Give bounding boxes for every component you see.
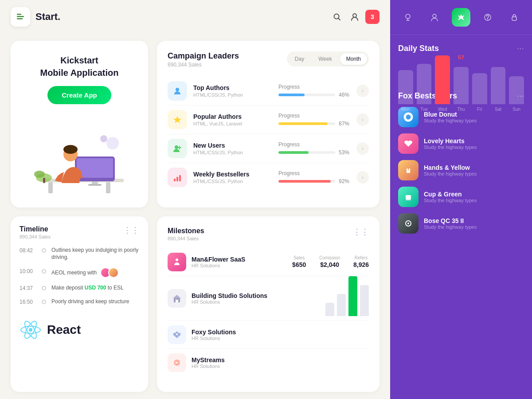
kickstart-card: Kickstart Mobile Application Create App — [11, 41, 148, 207]
timeline-item: 14:37 Make deposit USD 700 to ESL — [20, 284, 139, 292]
milestone-sub: HR Solutions — [192, 336, 236, 341]
nav-icon-help[interactable] — [478, 8, 497, 27]
campaign-card: Campaign Leaders 890,344 Sales Day Week … — [157, 41, 379, 207]
bestseller-name: Cup & Green — [424, 191, 477, 198]
row-name: Top Authors — [193, 84, 271, 91]
milestones-title: Milestones — [168, 227, 204, 235]
svg-rect-27 — [179, 175, 181, 181]
right-sidebar: Daily Stats ⋯ Mon Tue Wed Thu — [390, 0, 532, 399]
svg-rect-2 — [17, 18, 23, 20]
row-name: Popular Authors — [193, 113, 271, 120]
svg-line-4 — [338, 18, 340, 20]
milestones-options-icon[interactable]: ⋮⋮ — [353, 227, 369, 237]
svg-rect-1 — [17, 16, 24, 17]
sidebar-content: Daily Stats ⋯ Mon Tue Wed Thu — [390, 35, 532, 399]
nav-icon-fox[interactable] — [452, 8, 470, 27]
bestseller-thumb — [398, 187, 419, 207]
logo-icon — [11, 7, 30, 27]
mini-chart — [325, 281, 369, 316]
row-tags: HTML/CSS/JS, Python — [193, 150, 271, 155]
row-arrow[interactable]: › — [356, 85, 369, 97]
milestone-row-foxy: Foxy Solutions HR Solutions — [168, 321, 369, 349]
timeline-card: Timeline 890,344 Sales ⋮⋮ 08:42 Outlines… — [11, 216, 148, 392]
row-arrow[interactable]: › — [356, 142, 369, 155]
notification-badge[interactable]: 3 — [365, 10, 379, 24]
campaign-row-top-authors: Top Authors HTML/CSS/JS, Python Progress… — [168, 77, 369, 106]
bestseller-item-hands-yellow[interactable]: Hands & Yellow Study the highway types — [398, 160, 524, 180]
daily-stats-title: Daily Stats — [398, 44, 439, 53]
timeline-item: 10:00 AEOL meeting with — [20, 267, 139, 278]
nav-icon-lock[interactable] — [505, 8, 524, 27]
campaign-row-new-users: New Users HTML/CSS/JS, Python Progress 5… — [168, 134, 369, 163]
period-tabs: Day Week Month — [287, 51, 369, 66]
bestseller-item-bose-qc35[interactable]: Bose QC 35 II Study the highway types — [398, 213, 524, 234]
bestseller-thumb — [398, 160, 419, 180]
highlighted-bar — [435, 55, 450, 104]
bestseller-name: Lovely Hearts — [424, 137, 477, 145]
timeline-options-icon[interactable]: ⋮⋮ — [123, 225, 139, 235]
svg-rect-26 — [176, 177, 178, 181]
timeline-item: 16:50 Poorly driving and keep structure — [20, 298, 139, 305]
svg-rect-7 — [48, 182, 53, 193]
bestseller-item-lovely-hearts[interactable]: Lovely Hearts Study the highway types — [398, 133, 524, 154]
timeline-subtitle: 890,344 Sales — [20, 234, 51, 239]
svg-point-48 — [407, 223, 409, 224]
milestone-icon — [168, 253, 186, 271]
milestone-name: Foxy Solutions — [192, 329, 236, 336]
milestone-row-mystreams: MyStreams HR Solutions — [168, 349, 369, 376]
milestone-icon — [168, 289, 186, 308]
row-icon-top-authors — [168, 81, 187, 101]
bestseller-sub: Study the highway types — [424, 198, 477, 203]
svg-point-14 — [63, 145, 78, 154]
svg-rect-25 — [174, 179, 176, 181]
svg-rect-0 — [17, 14, 21, 15]
logo-text: Start. — [35, 11, 60, 23]
row-arrow[interactable]: › — [356, 113, 369, 126]
milestone-name: MyStreams — [192, 356, 225, 364]
daily-stats-options[interactable]: ⋯ — [517, 44, 524, 53]
search-icon[interactable] — [330, 10, 344, 24]
milestone-row-building-studio: Building Studio Solutions HR Solutions — [168, 276, 369, 321]
react-label: React — [47, 323, 81, 337]
illustration — [20, 128, 139, 199]
bestseller-thumb — [398, 133, 419, 154]
row-name: Weekly Bestsellers — [193, 171, 271, 178]
milestones-card: Milestones 890,344 Sales ⋮⋮ Man&Flower S… — [157, 216, 379, 392]
row-icon-popular-authors — [168, 110, 187, 129]
progress-label: Progress — [278, 170, 349, 176]
bestseller-sub: Study the highway types — [424, 171, 477, 176]
nav-icon-lightbulb[interactable] — [399, 8, 417, 27]
kickstart-title: Kickstart Mobile Application — [40, 54, 118, 79]
bestseller-item-cup-green[interactable]: Cup & Green Study the highway types — [398, 187, 524, 207]
bestseller-name: Hands & Yellow — [424, 164, 477, 171]
svg-point-38 — [406, 14, 410, 19]
campaign-row-weekly-bestsellers: Weekly Bestsellers HTML/CSS/JS, Python P… — [168, 163, 369, 192]
progress-label: Progress — [278, 84, 349, 90]
bestseller-thumb — [398, 213, 419, 234]
svg-marker-21 — [173, 116, 181, 123]
tab-day[interactable]: Day — [289, 53, 310, 65]
milestone-icon — [168, 325, 186, 344]
svg-rect-8 — [106, 182, 110, 193]
row-arrow[interactable]: › — [356, 171, 369, 184]
bestseller-sub: Study the highway types — [424, 224, 477, 230]
bestseller-name: Bose QC 35 II — [424, 217, 477, 224]
nav-icon-user[interactable] — [425, 8, 444, 27]
timeline-item: 08:42 Outlines keep you indulging in poo… — [20, 246, 139, 262]
milestone-sub: HR Solutions — [192, 263, 245, 268]
svg-rect-12 — [88, 184, 102, 186]
create-app-button[interactable]: Create App — [47, 86, 111, 104]
bestseller-sub: Study the highway types — [424, 145, 477, 150]
header: Start. 3 — [0, 0, 390, 34]
campaign-row-popular-authors: Popular Authors HTML, VueJS, Laravel Pro… — [168, 106, 369, 134]
svg-point-5 — [353, 14, 356, 17]
tab-month[interactable]: Month — [340, 53, 367, 65]
milestone-name: Man&Flower SaaS — [192, 256, 245, 263]
user-icon[interactable] — [348, 10, 362, 24]
campaign-title: Campaign Leaders — [168, 51, 239, 61]
svg-rect-45 — [406, 195, 411, 200]
tab-week[interactable]: Week — [312, 53, 338, 65]
svg-point-32 — [176, 258, 178, 261]
row-tags: HTML, VueJS, Laravel — [193, 121, 271, 126]
svg-point-19 — [100, 135, 107, 142]
